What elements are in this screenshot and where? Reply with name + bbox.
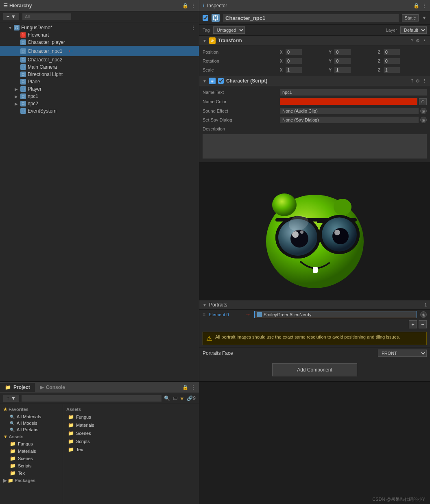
proj-all-prefabs[interactable]: 🔍 All Prefabs bbox=[0, 426, 63, 433]
settings-icon[interactable]: ⚙ bbox=[416, 78, 420, 84]
arrow-icon: ▶ bbox=[3, 478, 7, 483]
console-tab-icon: ▶ bbox=[40, 385, 44, 390]
component-actions: ? ⚙ ⋮ bbox=[411, 38, 427, 43]
add-component-button[interactable]: Add Component bbox=[272, 363, 357, 376]
more-icon[interactable]: ⋮ bbox=[191, 385, 196, 390]
tree-item-fungus-demo[interactable]: ▼ ⬡ FungusDemo* ⋮ bbox=[0, 24, 199, 31]
hierarchy-panel: ☰ Hierarchy 🔒 ⋮ + ▼ ▼ ⬡ FungusDemo* ⋮ bbox=[0, 0, 199, 381]
proj-fungus[interactable]: 📁 Fungus bbox=[0, 440, 63, 448]
tab-project[interactable]: 📁 Project bbox=[0, 383, 35, 392]
proj-right-scripts[interactable]: 📁 Scripts bbox=[63, 437, 199, 445]
proj-all-materials[interactable]: 🔍 All Materials bbox=[0, 413, 63, 420]
warning-box: ⚠ All portrait images should use the exa… bbox=[203, 332, 427, 345]
script-active-checkbox[interactable] bbox=[218, 78, 224, 84]
tree-item-character-npc1[interactable]: □ Character_npc1 ← bbox=[0, 46, 199, 56]
object-picker-button[interactable]: ◉ bbox=[420, 117, 427, 123]
folder-icon: 📁 bbox=[10, 441, 16, 447]
scale-z[interactable] bbox=[384, 67, 400, 73]
star-icon: ★ bbox=[3, 407, 7, 412]
tab-console[interactable]: ▶ Console bbox=[35, 383, 70, 392]
tree-label: FungusDemo* bbox=[21, 25, 52, 30]
more-icon[interactable]: ⋮ bbox=[422, 78, 427, 84]
folder-icon: 📁 bbox=[10, 448, 16, 454]
favorites-header: ★ Favorites bbox=[0, 406, 63, 413]
object-active-checkbox[interactable] bbox=[203, 15, 208, 21]
object-picker-button[interactable]: ◉ bbox=[420, 108, 427, 114]
lock-icon[interactable]: 🔒 bbox=[182, 385, 188, 390]
sound-effect-field[interactable]: None (Audio Clip) bbox=[280, 108, 419, 114]
drag-handle[interactable]: ≡ bbox=[203, 312, 205, 317]
x-label: X bbox=[280, 50, 285, 54]
set-say-dialog-field[interactable]: None (Say Dialog) bbox=[280, 117, 419, 123]
proj-right-scenes[interactable]: 📁 Scenes bbox=[63, 429, 199, 437]
character-script-header[interactable]: ▼ # Character (Script) ? ⚙ ⋮ bbox=[199, 76, 430, 86]
proj-all-models[interactable]: 🔍 All Models bbox=[0, 420, 63, 426]
hierarchy-search[interactable] bbox=[22, 13, 71, 20]
project-add-button[interactable]: + ▼ bbox=[3, 395, 19, 402]
transform-component-header[interactable]: ▼ ⟳ Transform ? ⚙ ⋮ bbox=[199, 36, 430, 46]
tree-item-player[interactable]: ▶ □ Player bbox=[0, 85, 199, 93]
portrait-red-arrow: → bbox=[244, 311, 251, 318]
proj-right-fungus[interactable]: 📁 Fungus bbox=[63, 413, 199, 421]
element-value-field[interactable]: SmileyGreenAlienNerdy bbox=[254, 311, 417, 318]
tag-icon[interactable]: 🏷 bbox=[172, 395, 177, 401]
tree-item-main-camera[interactable]: □ Main Camera bbox=[0, 63, 199, 71]
add-element-button[interactable]: + bbox=[409, 320, 417, 328]
static-dropdown-arrow[interactable]: ▼ bbox=[422, 15, 427, 21]
tree-item-npc1[interactable]: ▶ □ npc1 bbox=[0, 93, 199, 100]
rotation-y[interactable] bbox=[334, 58, 351, 64]
tree-item-character-npc2[interactable]: □ Character_npc2 bbox=[0, 56, 199, 63]
portraits-face-dropdown[interactable]: FRONT bbox=[378, 350, 427, 357]
position-z[interactable] bbox=[384, 49, 400, 55]
kebab-icon[interactable]: ⋮ bbox=[191, 25, 196, 30]
scale-y[interactable] bbox=[334, 67, 351, 73]
help-icon[interactable]: ? bbox=[411, 38, 413, 43]
tree-item-event-system[interactable]: □ EventSystem bbox=[0, 107, 199, 115]
remove-element-button[interactable]: − bbox=[419, 320, 427, 328]
position-y[interactable] bbox=[334, 49, 351, 55]
tree-item-plane[interactable]: □ Plane bbox=[0, 78, 199, 85]
proj-right-materials[interactable]: 📁 Materials bbox=[63, 421, 199, 429]
rotation-z[interactable] bbox=[384, 58, 400, 64]
layer-dropdown[interactable]: Default bbox=[400, 26, 427, 34]
assets-right-header: Assets bbox=[63, 406, 199, 413]
color-swatch[interactable] bbox=[280, 98, 417, 105]
settings-icon[interactable]: ⚙ bbox=[416, 38, 420, 43]
folder-icon: 📁 bbox=[68, 447, 74, 452]
tree-item-directional-light[interactable]: □ Directional Light bbox=[0, 71, 199, 78]
link-icon[interactable]: 🔗9 bbox=[187, 395, 196, 401]
tree-item-character-player[interactable]: □ Character_player bbox=[0, 39, 199, 46]
object-header: Static ▼ bbox=[199, 11, 430, 25]
folder-icon: 📁 bbox=[68, 414, 74, 420]
rotation-x[interactable] bbox=[286, 58, 302, 64]
eyedropper-button[interactable]: ⊙ bbox=[419, 98, 427, 105]
lock-icon[interactable]: 🔒 bbox=[413, 3, 419, 9]
scale-x[interactable] bbox=[286, 67, 302, 73]
proj-tex[interactable]: 📁 Tex bbox=[0, 469, 63, 477]
add-button[interactable]: + ▼ bbox=[3, 13, 19, 20]
description-textarea[interactable] bbox=[203, 134, 427, 159]
proj-right-tex[interactable]: 📁 Tex bbox=[63, 445, 199, 454]
proj-scenes[interactable]: 📁 Scenes bbox=[0, 455, 63, 462]
tree-item-npc2[interactable]: ▶ □ npc2 bbox=[0, 100, 199, 107]
portraits-header[interactable]: ▼ Portraits 1 bbox=[199, 300, 430, 310]
tag-dropdown[interactable]: Untagged bbox=[213, 26, 245, 34]
proj-materials[interactable]: 📁 Materials bbox=[0, 448, 63, 455]
position-x[interactable] bbox=[286, 49, 302, 55]
object-name-input[interactable] bbox=[223, 14, 399, 22]
star-icon[interactable]: ★ bbox=[180, 395, 184, 401]
more-icon[interactable]: ⋮ bbox=[422, 38, 427, 43]
component-actions: ? ⚙ ⋮ bbox=[411, 78, 427, 84]
help-icon[interactable]: ? bbox=[411, 78, 413, 84]
project-search-input[interactable] bbox=[22, 395, 162, 402]
object-icon bbox=[212, 14, 220, 22]
svg-point-18 bbox=[334, 230, 340, 235]
static-button[interactable]: Static bbox=[402, 14, 419, 22]
lock-icon[interactable]: 🔒 bbox=[182, 3, 188, 9]
element-picker-button[interactable]: ◉ bbox=[420, 311, 427, 318]
more-icon[interactable]: ⋮ bbox=[422, 3, 427, 9]
tree-item-flowchart[interactable]: 🔴 Flowchart bbox=[0, 31, 199, 39]
name-text-input[interactable] bbox=[280, 89, 427, 96]
proj-scripts[interactable]: 📁 Scripts bbox=[0, 462, 63, 469]
more-icon[interactable]: ⋮ bbox=[191, 3, 196, 9]
